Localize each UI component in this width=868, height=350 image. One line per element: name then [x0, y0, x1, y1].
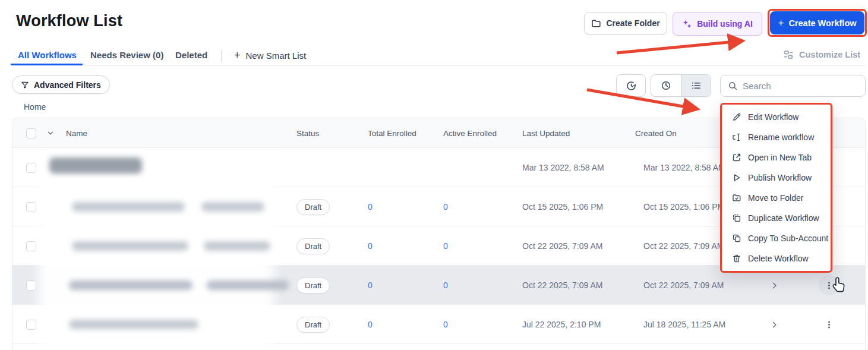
cell-created-on: Mar 13 2022, 8:58 AM: [643, 148, 725, 187]
tabs-bottom-border: [12, 65, 866, 66]
workflow-name-blurred: [72, 202, 185, 212]
list-icon: [691, 80, 702, 91]
total-enrolled-link[interactable]: 0: [368, 226, 373, 266]
column-header-created-on: Created On: [635, 118, 677, 148]
search-icon: [728, 81, 738, 91]
copy-icon: [732, 234, 741, 243]
select-all-checkbox[interactable]: [26, 128, 36, 138]
active-enrolled-link[interactable]: 0: [443, 187, 448, 226]
create-folder-button[interactable]: Create Folder: [584, 12, 667, 34]
row-checkbox[interactable]: [26, 320, 36, 330]
menu-item-publish-workflow[interactable]: Publish Workflow: [722, 168, 831, 188]
column-header-name: Name: [66, 118, 87, 148]
folder-icon: [591, 18, 601, 29]
plus-icon: +: [234, 49, 241, 62]
build-using-ai-label: Build using AI: [697, 19, 753, 29]
status-badge: Draft: [296, 199, 330, 215]
play-icon: [732, 173, 741, 182]
row-checkbox[interactable]: [26, 163, 36, 173]
arrow-to-create-workflow: [617, 41, 741, 53]
status-badge: Draft: [296, 317, 330, 333]
workflow-name-blurred: [49, 157, 142, 174]
menu-item-open-in-new-tab[interactable]: Open in New Tab: [722, 147, 831, 168]
active-enrolled-link[interactable]: 0: [443, 226, 448, 266]
status-badge: Draft: [296, 238, 330, 254]
menu-item-delete-workflow[interactable]: Delete Workflow: [722, 248, 831, 269]
tab-deleted[interactable]: Deleted: [175, 50, 207, 60]
list-view-toggle[interactable]: [681, 75, 711, 96]
breadcrumb: Home: [24, 102, 46, 112]
recent-view-toggle[interactable]: [651, 75, 681, 96]
column-header-status: Status: [296, 118, 319, 148]
workflow-context-menu: Edit Workflow Rename workflow Open in Ne…: [720, 103, 832, 273]
duplicate-icon: [732, 213, 741, 223]
kebab-icon: [825, 320, 834, 329]
active-enrolled-link[interactable]: 0: [443, 305, 448, 344]
enrollment-history-button[interactable]: [616, 74, 646, 97]
clock-icon: [661, 80, 671, 91]
column-header-active-enrolled: Active Enrolled: [443, 118, 497, 148]
chevron-right-icon[interactable]: [770, 320, 779, 329]
sparkles-icon: [682, 19, 692, 29]
history-clock-icon: [626, 80, 637, 92]
trash-icon: [732, 254, 741, 263]
funnel-icon: [21, 81, 29, 89]
annotation-box-create-workflow: [768, 9, 867, 37]
status-badge: Draft: [296, 278, 330, 294]
chevron-right-icon[interactable]: [770, 281, 779, 290]
menu-item-rename-workflow[interactable]: Rename workflow: [722, 127, 831, 147]
advanced-filters-button[interactable]: Advanced Filters: [12, 75, 110, 94]
cell-last-updated: Oct 15 2025, 1:06 PM: [522, 187, 603, 226]
customize-list-button[interactable]: Customize List: [783, 49, 860, 60]
cell-created-on: Oct 15 2025, 1:06 PM: [643, 187, 724, 226]
view-toggle-group: [651, 74, 711, 97]
workflow-list-page: Workflow List Create Folder Build using …: [0, 0, 868, 350]
sliders-icon: [783, 49, 794, 60]
search-input[interactable]: [743, 81, 850, 91]
build-using-ai-button[interactable]: Build using AI: [673, 12, 762, 36]
column-header-total-enrolled: Total Enrolled: [368, 118, 416, 148]
row-checkbox[interactable]: [26, 202, 36, 212]
menu-item-duplicate-workflow[interactable]: Duplicate Workflow: [722, 208, 831, 228]
row-checkbox[interactable]: [26, 280, 36, 291]
row-checkbox[interactable]: [26, 241, 36, 251]
cell-last-updated: Oct 22 2025, 7:09 AM: [522, 266, 602, 305]
advanced-filters-label: Advanced Filters: [34, 80, 101, 90]
cell-last-updated: Oct 22 2025, 7:09 AM: [522, 226, 602, 266]
workflow-name-blurred: [201, 202, 264, 212]
new-smart-list-button[interactable]: + New Smart List: [234, 49, 306, 62]
new-smart-list-label: New Smart List: [246, 51, 307, 61]
cell-last-updated: Mar 13 2022, 8:58 AM: [522, 148, 604, 187]
total-enrolled-link[interactable]: 0: [368, 305, 373, 344]
chevron-down-icon[interactable]: [46, 129, 55, 137]
workflow-name-blurred: [72, 241, 188, 251]
menu-item-copy-to-sub-account[interactable]: Copy To Sub-Account: [722, 228, 831, 248]
page-title: Workflow List: [16, 12, 122, 30]
menu-item-edit-workflow[interactable]: Edit Workflow: [722, 107, 831, 127]
row-actions-kebab-button[interactable]: [818, 305, 839, 344]
total-enrolled-link[interactable]: 0: [368, 266, 373, 305]
workflow-name-blurred: [204, 241, 270, 251]
workflow-name-blurred: [69, 280, 192, 290]
column-header-last-updated: Last Updated: [522, 118, 570, 148]
tabs-divider: [221, 50, 222, 62]
workflow-name-blurred: [207, 280, 289, 290]
folder-move-icon: [732, 193, 741, 203]
customize-list-label: Customize List: [799, 50, 860, 59]
create-folder-label: Create Folder: [606, 18, 659, 28]
workflow-name-blurred: [69, 320, 198, 329]
total-enrolled-link[interactable]: 0: [368, 187, 373, 226]
external-link-icon: [732, 153, 741, 162]
tab-all-workflows[interactable]: All Workflows: [18, 50, 77, 60]
active-enrolled-link[interactable]: 0: [443, 266, 448, 305]
menu-item-move-to-folder[interactable]: Move to Folder: [722, 188, 831, 208]
cell-created-on: Jul 18 2025, 11:25 AM: [643, 305, 725, 344]
cell-created-on: Oct 22 2025, 7:09 AM: [643, 226, 724, 266]
tab-needs-review[interactable]: Needs Review (0): [90, 50, 163, 60]
rename-icon: [732, 133, 741, 142]
cell-last-updated: Jul 22 2025, 2:10 PM: [522, 305, 601, 344]
cell-created-on: Oct 22 2025, 7:09 AM: [643, 266, 724, 305]
pencil-icon: [732, 112, 741, 122]
search-box: [720, 75, 866, 97]
hand-cursor-icon: [831, 277, 847, 295]
